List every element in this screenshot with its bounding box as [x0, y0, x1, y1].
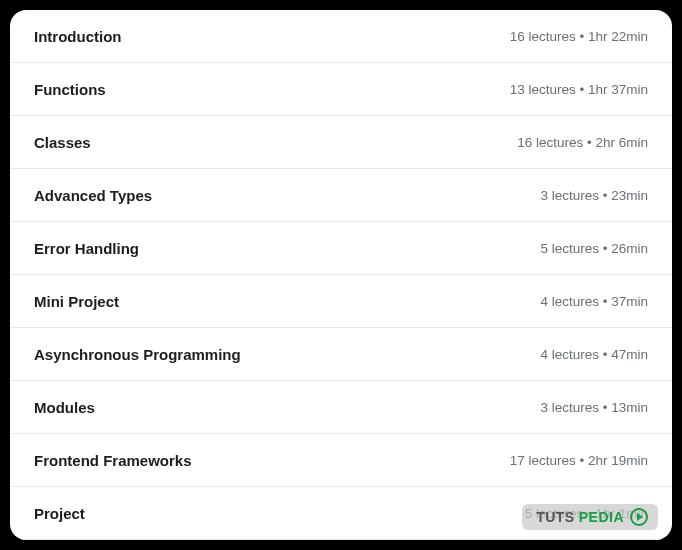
- section-title: Asynchronous Programming: [34, 346, 241, 363]
- section-row[interactable]: Frontend Frameworks 17 lectures • 2hr 19…: [10, 434, 672, 487]
- section-meta: 16 lectures • 2hr 6min: [517, 135, 648, 150]
- section-meta: 3 lectures • 13min: [540, 400, 648, 415]
- watermark-text: PEDIA: [579, 509, 624, 525]
- section-meta: 13 lectures • 1hr 37min: [510, 82, 648, 97]
- section-title: Modules: [34, 399, 95, 416]
- section-row[interactable]: Classes 16 lectures • 2hr 6min: [10, 116, 672, 169]
- section-meta: 5 lectures • 26min: [540, 241, 648, 256]
- section-row[interactable]: Error Handling 5 lectures • 26min: [10, 222, 672, 275]
- section-meta: 17 lectures • 2hr 19min: [510, 453, 648, 468]
- section-title: Error Handling: [34, 240, 139, 257]
- section-row[interactable]: Asynchronous Programming 4 lectures • 47…: [10, 328, 672, 381]
- section-row[interactable]: Advanced Types 3 lectures • 23min: [10, 169, 672, 222]
- section-meta: 4 lectures • 47min: [540, 347, 648, 362]
- section-title: Frontend Frameworks: [34, 452, 192, 469]
- section-row[interactable]: Introduction 16 lectures • 1hr 22min: [10, 10, 672, 63]
- section-title: Classes: [34, 134, 91, 151]
- section-title: Project: [34, 505, 85, 522]
- section-title: Functions: [34, 81, 106, 98]
- section-meta: 3 lectures • 23min: [540, 188, 648, 203]
- section-meta: 16 lectures • 1hr 22min: [510, 29, 648, 44]
- section-row[interactable]: Mini Project 4 lectures • 37min: [10, 275, 672, 328]
- play-icon: [630, 508, 648, 526]
- watermark-text: TUTS: [536, 509, 575, 525]
- section-meta: 4 lectures • 37min: [540, 294, 648, 309]
- section-row[interactable]: Modules 3 lectures • 13min: [10, 381, 672, 434]
- section-row[interactable]: Functions 13 lectures • 1hr 37min: [10, 63, 672, 116]
- course-sections-card: Introduction 16 lectures • 1hr 22min Fun…: [10, 10, 672, 540]
- section-title: Mini Project: [34, 293, 119, 310]
- section-title: Advanced Types: [34, 187, 152, 204]
- watermark-badge: TUTSPEDIA: [522, 504, 658, 530]
- section-title: Introduction: [34, 28, 121, 45]
